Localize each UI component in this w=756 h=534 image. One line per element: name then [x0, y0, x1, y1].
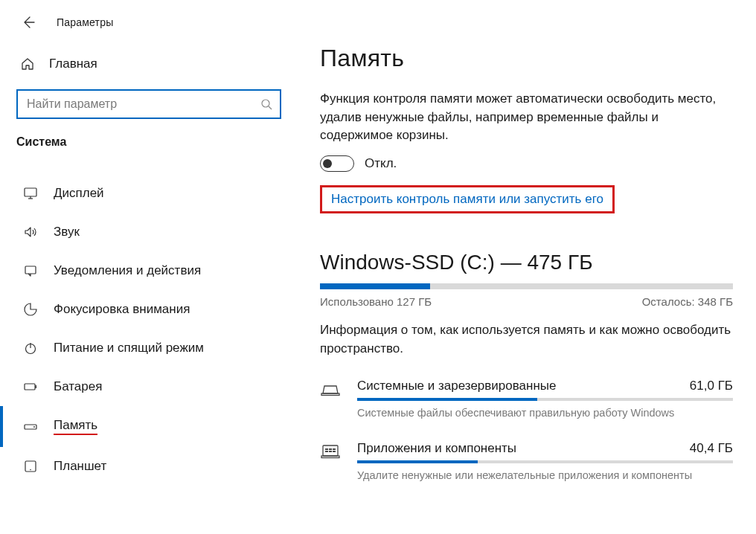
- sidebar-category: Система: [0, 132, 298, 159]
- home-icon: [19, 57, 36, 71]
- sidebar-item-label: Фокусировка внимания: [54, 302, 190, 317]
- notif-icon: [22, 263, 39, 278]
- sound-icon: [22, 225, 39, 239]
- svg-point-11: [33, 426, 35, 428]
- sidebar-item-label: Питание и спящий режим: [54, 341, 204, 356]
- drive-used-label: Использовано 127 ГБ: [320, 295, 432, 308]
- category-name: Приложения и компоненты: [357, 441, 516, 456]
- home-item[interactable]: Главная: [0, 48, 298, 80]
- sidebar: Параметры Главная Система ДисплейЗвукУве…: [0, 0, 298, 534]
- back-button[interactable]: [16, 10, 40, 34]
- svg-rect-19: [325, 451, 328, 452]
- sidebar-item-label: Батарея: [54, 379, 102, 394]
- display-icon: [22, 186, 39, 201]
- sidebar-item-battery[interactable]: Батарея: [0, 367, 298, 406]
- category-bar: [357, 398, 733, 401]
- search-field[interactable]: [16, 89, 281, 119]
- storage-sense-desc: Функция контроля памяти может автоматиче…: [320, 90, 734, 145]
- storage-category-list: Системные и зарезервированные61,0 ГБСист…: [320, 379, 734, 481]
- nav-list: ДисплейЗвукУведомления и действияФокусир…: [0, 159, 298, 486]
- titlebar: Параметры: [0, 7, 298, 48]
- arrow-left-icon: [21, 15, 36, 30]
- svg-rect-16: [325, 448, 328, 450]
- page-title: Память: [320, 45, 734, 72]
- svg-point-0: [262, 100, 269, 107]
- home-label: Главная: [49, 57, 97, 71]
- drive-usage-bar-fill: [320, 283, 430, 289]
- storage-category-row[interactable]: Приложения и компоненты40,4 ГБУдалите не…: [320, 441, 733, 481]
- svg-rect-2: [25, 188, 36, 196]
- storage-sense-toggle-row: Откл.: [320, 155, 734, 172]
- category-name: Системные и зарезервированные: [357, 379, 557, 393]
- sidebar-item-label: Дисплей: [54, 186, 104, 201]
- battery-icon: [22, 379, 39, 394]
- svg-line-1: [269, 106, 272, 109]
- search-input[interactable]: [25, 97, 260, 112]
- power-icon: [22, 341, 39, 356]
- storage-icon: [22, 419, 39, 434]
- category-bar-fill: [357, 460, 478, 463]
- sidebar-item-display[interactable]: Дисплей: [0, 174, 298, 213]
- category-bar: [357, 460, 733, 463]
- search-wrap: [16, 89, 281, 119]
- category-subtext: Удалите ненужные или нежелательные прило…: [357, 469, 733, 481]
- svg-rect-18: [333, 448, 336, 450]
- svg-rect-14: [321, 393, 339, 396]
- tablet-icon: [22, 459, 39, 474]
- drive-remaining-label: Осталось: 348 ГБ: [642, 295, 733, 308]
- storage-category-row[interactable]: Системные и зарезервированные61,0 ГБСист…: [320, 379, 733, 419]
- main-content: Память Функция контроля памяти может авт…: [298, 0, 756, 534]
- focus-icon: [22, 302, 39, 317]
- sidebar-item-label: Звук: [54, 225, 80, 239]
- storage-sense-toggle[interactable]: [320, 155, 354, 172]
- sidebar-item-label: Уведомления и действия: [54, 263, 201, 278]
- window-title: Параметры: [57, 16, 113, 28]
- category-subtext: Системные файлы обеспечивают правильную …: [357, 407, 733, 419]
- drive-usage-legend: Использовано 127 ГБ Осталось: 348 ГБ: [320, 295, 733, 308]
- sidebar-item-label: Планшет: [54, 459, 106, 474]
- configure-storage-sense-link[interactable]: Настроить контроль памяти или запустить …: [331, 192, 603, 206]
- svg-rect-5: [25, 266, 36, 274]
- configure-link-highlight: Настроить контроль памяти или запустить …: [320, 185, 615, 213]
- svg-rect-20: [329, 451, 332, 452]
- sidebar-item-tablet[interactable]: Планшет: [0, 447, 298, 486]
- sidebar-item-storage[interactable]: Память: [0, 406, 298, 447]
- drive-heading: Windows-SSD (C:) — 475 ГБ: [320, 251, 734, 274]
- category-size: 40,4 ГБ: [690, 441, 733, 456]
- category-body: Системные и зарезервированные61,0 ГБСист…: [357, 379, 733, 419]
- sidebar-item-sound[interactable]: Звук: [0, 213, 298, 251]
- svg-point-13: [30, 469, 31, 471]
- svg-rect-9: [36, 385, 37, 388]
- category-size: 61,0 ГБ: [690, 379, 733, 393]
- category-bar-fill: [357, 398, 537, 401]
- drive-usage-bar: [320, 283, 733, 289]
- svg-rect-22: [321, 456, 339, 458]
- sidebar-item-notif[interactable]: Уведомления и действия: [0, 251, 298, 290]
- search-icon: [260, 98, 272, 110]
- sidebar-item-focus[interactable]: Фокусировка внимания: [0, 290, 298, 329]
- category-body: Приложения и компоненты40,4 ГБУдалите не…: [357, 441, 733, 481]
- svg-rect-8: [25, 384, 35, 390]
- svg-rect-21: [333, 451, 336, 452]
- svg-rect-17: [329, 448, 332, 450]
- apps-icon: [320, 441, 357, 460]
- system-icon: [320, 379, 357, 398]
- toggle-state-label: Откл.: [365, 156, 397, 171]
- sidebar-item-power[interactable]: Питание и спящий режим: [0, 329, 298, 367]
- usage-info-text: Информация о том, как используется памят…: [320, 321, 733, 358]
- sidebar-item-label: Память: [54, 418, 97, 435]
